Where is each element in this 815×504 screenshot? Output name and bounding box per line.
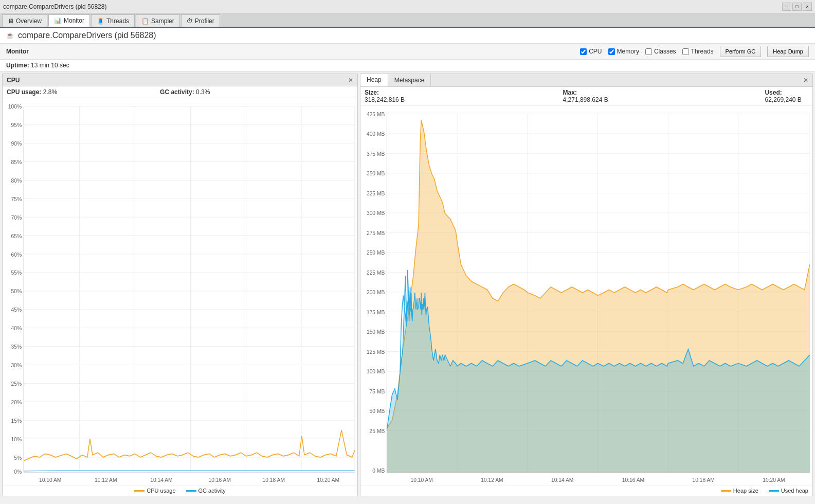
app-title-bar: ☕ compare.CompareDrivers (pid 56828) bbox=[0, 28, 815, 44]
svg-text:375 MB: 375 MB bbox=[367, 150, 385, 156]
svg-text:10:18 AM: 10:18 AM bbox=[263, 477, 285, 483]
cpu-chart-container: 100% 95% 90% 85% 80% 75% 70% 65% 60% 55%… bbox=[3, 98, 357, 485]
gc-label: GC activity: bbox=[160, 88, 194, 96]
tab-sampler-label: Sampler bbox=[151, 17, 174, 25]
svg-text:95%: 95% bbox=[11, 122, 22, 129]
svg-text:15%: 15% bbox=[11, 417, 22, 424]
svg-text:250 MB: 250 MB bbox=[367, 249, 385, 256]
svg-text:10:18 AM: 10:18 AM bbox=[693, 477, 715, 483]
heap-tab-heap[interactable]: Heap bbox=[360, 74, 388, 86]
minimize-button[interactable]: – bbox=[782, 3, 791, 11]
threads-checkbox[interactable] bbox=[682, 48, 689, 55]
heap-used-value: 62,269,240 B bbox=[765, 96, 801, 103]
heap-size-legend-color bbox=[721, 490, 731, 492]
heap-stats: Size: 318,242,816 B Max: 4,271,898,624 B… bbox=[360, 87, 812, 106]
cpu-usage-label: CPU usage: bbox=[7, 88, 41, 96]
classes-checkbox[interactable] bbox=[645, 48, 652, 55]
main-content: CPU ✕ CPU usage: 2.8% GC activity: 0.3% bbox=[0, 71, 815, 498]
uptime-label: Uptime: bbox=[6, 62, 29, 69]
window-controls: – □ × bbox=[782, 3, 812, 11]
svg-text:85%: 85% bbox=[11, 159, 22, 166]
nav-tab-bar: 🖥 Overview 📊 Monitor 🧵 Threads 📋 Sampler… bbox=[0, 13, 815, 28]
cpu-checkbox[interactable] bbox=[580, 48, 587, 55]
gc-activity-stat: GC activity: 0.3% bbox=[160, 88, 210, 96]
tab-monitor[interactable]: 📊 Monitor bbox=[48, 14, 90, 27]
perform-gc-button[interactable]: Perform GC bbox=[720, 46, 762, 57]
svg-text:20%: 20% bbox=[11, 399, 22, 405]
heap-tab-metaspace[interactable]: Metaspace bbox=[388, 74, 431, 86]
cpu-usage-legend-label: CPU usage bbox=[147, 488, 175, 494]
heap-panel-close[interactable]: ✕ bbox=[799, 74, 812, 86]
svg-text:325 MB: 325 MB bbox=[367, 190, 385, 196]
svg-text:425 MB: 425 MB bbox=[367, 111, 385, 117]
heap-used-stat: Used: 62,269,240 B bbox=[765, 89, 808, 103]
gc-value: 0.3% bbox=[196, 88, 210, 96]
heap-size-value: 318,242,816 B bbox=[365, 96, 405, 103]
tab-monitor-label: Monitor bbox=[64, 17, 84, 24]
heap-tab-bar: Heap Metaspace ✕ bbox=[360, 74, 812, 87]
svg-text:40%: 40% bbox=[11, 325, 22, 332]
heap-size-legend-label: Heap size bbox=[733, 488, 758, 494]
app-title: compare.CompareDrivers (pid 56828) bbox=[18, 31, 156, 40]
heap-chart: 425 MB 400 MB 375 MB 350 MB 325 MB 300 M… bbox=[360, 106, 812, 485]
svg-text:50 MB: 50 MB bbox=[370, 408, 385, 414]
heap-tab-label: Heap bbox=[367, 76, 382, 83]
memory-checkbox-group[interactable]: Memory bbox=[608, 48, 639, 55]
svg-text:70%: 70% bbox=[11, 214, 22, 221]
heap-dump-button[interactable]: Heap Dump bbox=[767, 46, 809, 57]
used-heap-legend-color bbox=[769, 490, 779, 492]
heap-size-legend: Heap size bbox=[721, 488, 758, 494]
maximize-button[interactable]: □ bbox=[792, 3, 802, 11]
svg-text:10:14 AM: 10:14 AM bbox=[551, 477, 573, 483]
cpu-checkbox-group[interactable]: CPU bbox=[580, 48, 602, 55]
gc-activity-legend-color bbox=[186, 490, 196, 492]
cpu-stats: CPU usage: 2.8% GC activity: 0.3% bbox=[3, 86, 357, 98]
svg-text:5%: 5% bbox=[14, 454, 22, 461]
heap-chart-container: 425 MB 400 MB 375 MB 350 MB 325 MB 300 M… bbox=[360, 106, 812, 485]
svg-text:60%: 60% bbox=[11, 251, 22, 258]
svg-text:10:20 AM: 10:20 AM bbox=[317, 477, 340, 483]
metaspace-tab-label: Metaspace bbox=[394, 77, 425, 84]
svg-text:10:20 AM: 10:20 AM bbox=[763, 477, 785, 483]
svg-text:0 MB: 0 MB bbox=[372, 467, 385, 473]
cpu-panel-title: CPU bbox=[7, 77, 20, 84]
monitor-header: Monitor CPU Memory Classes Threads Perfo… bbox=[0, 44, 815, 60]
tab-threads[interactable]: 🧵 Threads bbox=[91, 14, 135, 27]
used-heap-legend-label: Used heap bbox=[781, 488, 808, 494]
window-title: compare.CompareDrivers (pid 56828) bbox=[3, 3, 782, 10]
profiler-icon: ⏱ bbox=[187, 17, 193, 25]
svg-text:10:14 AM: 10:14 AM bbox=[150, 477, 173, 483]
cpu-chart-legend: CPU usage GC activity bbox=[3, 485, 357, 496]
svg-text:0%: 0% bbox=[14, 468, 22, 475]
classes-checkbox-label: Classes bbox=[654, 48, 676, 55]
sampler-icon: 📋 bbox=[141, 17, 149, 25]
memory-checkbox[interactable] bbox=[608, 48, 615, 55]
tab-overview-label: Overview bbox=[16, 17, 42, 25]
tab-overview[interactable]: 🖥 Overview bbox=[2, 14, 47, 27]
threads-checkbox-label: Threads bbox=[691, 48, 714, 55]
cpu-usage-value: 2.8% bbox=[43, 88, 57, 96]
svg-text:90%: 90% bbox=[11, 140, 22, 147]
cpu-panel-header: CPU ✕ bbox=[3, 74, 357, 86]
close-button[interactable]: × bbox=[803, 3, 812, 11]
heap-used-label: Used: bbox=[765, 89, 782, 96]
overview-icon: 🖥 bbox=[8, 17, 14, 25]
monitor-section-title: Monitor bbox=[6, 48, 29, 55]
uptime-value: 13 min 10 sec bbox=[31, 62, 69, 69]
svg-text:75%: 75% bbox=[11, 195, 22, 202]
svg-text:10:16 AM: 10:16 AM bbox=[208, 477, 231, 483]
svg-text:125 MB: 125 MB bbox=[367, 348, 385, 354]
tab-profiler[interactable]: ⏱ Profiler bbox=[181, 14, 220, 27]
heap-panel: Heap Metaspace ✕ Size: 318,242,816 B Max… bbox=[360, 74, 813, 496]
cpu-usage-legend: CPU usage bbox=[134, 488, 175, 494]
tab-profiler-label: Profiler bbox=[195, 17, 214, 25]
cpu-chart: 100% 95% 90% 85% 80% 75% 70% 65% 60% 55%… bbox=[3, 98, 357, 485]
svg-text:25 MB: 25 MB bbox=[370, 427, 385, 434]
tab-sampler[interactable]: 📋 Sampler bbox=[136, 14, 180, 27]
svg-text:35%: 35% bbox=[11, 344, 22, 350]
svg-text:175 MB: 175 MB bbox=[367, 309, 385, 315]
svg-text:400 MB: 400 MB bbox=[367, 131, 385, 137]
threads-checkbox-group[interactable]: Threads bbox=[682, 48, 714, 55]
cpu-panel-close[interactable]: ✕ bbox=[348, 77, 353, 84]
classes-checkbox-group[interactable]: Classes bbox=[645, 48, 676, 55]
